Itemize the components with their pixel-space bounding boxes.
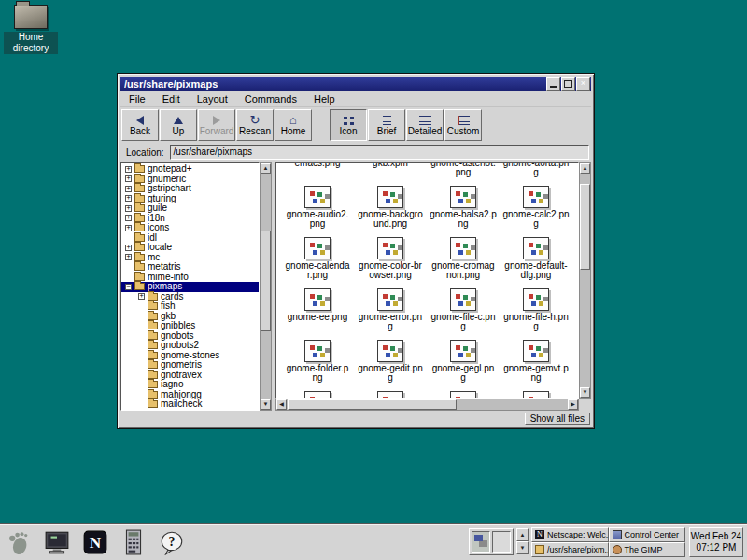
expand-toggle-icon[interactable]: + [125, 245, 132, 251]
scroll-up-icon[interactable]: ▲ [261, 163, 271, 174]
tree-item-idl[interactable]: idl [121, 233, 259, 244]
expand-toggle-icon[interactable]: + [125, 186, 132, 192]
expand-toggle-icon[interactable]: + [125, 166, 132, 173]
expand-toggle-icon[interactable]: + [125, 175, 132, 182]
file-item[interactable]: gnome-cromagnon.png [427, 235, 500, 287]
close-button[interactable]: × [576, 77, 590, 91]
tree-item-gstripchart[interactable]: +gstripchart [121, 184, 259, 194]
expand-toggle-icon[interactable]: + [125, 205, 132, 212]
tree-item-gturing[interactable]: +gturing [121, 194, 259, 204]
file-item[interactable]: gnome-folder.png [281, 338, 354, 389]
tasklist-down-button[interactable]: ▼ [516, 541, 529, 554]
launcher-netscape[interactable]: N [80, 527, 110, 557]
file-item[interactable]: gnome-background.png [354, 184, 427, 235]
back-button[interactable]: Back [121, 109, 159, 141]
file-item[interactable]: gnome-gemvt.png [500, 338, 572, 389]
scroll-right-icon[interactable]: ▶ [568, 399, 578, 410]
tree-item-pixmaps[interactable]: −pixmaps [121, 282, 259, 292]
file-item[interactable]: gnome-calc2.png [500, 184, 572, 235]
file-item[interactable]: gnome-color-browser.png [354, 235, 427, 287]
task-button-folder[interactable]: /usr/share/pixm... [531, 542, 609, 557]
file-item[interactable] [500, 389, 572, 399]
tree-item-gnometris[interactable]: gnometris [121, 360, 259, 371]
desktop-pager[interactable] [469, 528, 514, 555]
tree-item-cards[interactable]: +cards [121, 292, 259, 302]
location-input[interactable]: /usr/share/pixmaps [170, 145, 589, 160]
tree-item-metatris[interactable]: metatris [121, 262, 259, 273]
files-scrollbar-track[interactable] [580, 174, 590, 387]
tree-scrollbar[interactable]: ▲ ▼ [260, 162, 272, 411]
launcher-calculator[interactable] [119, 527, 148, 557]
expand-toggle-icon[interactable]: + [125, 215, 132, 221]
tree-item-mc[interactable]: +mc [121, 253, 259, 263]
menu-layout[interactable]: Layout [189, 92, 236, 105]
file-item[interactable]: gnome-asteriot.png [427, 162, 500, 184]
files-h-scrollbar-track[interactable] [287, 399, 568, 410]
tree-item-guile[interactable]: +guile [121, 203, 259, 214]
tree-item-icons[interactable]: +icons [121, 223, 259, 233]
file-item[interactable]: gnome-file-h.png [500, 287, 572, 338]
launcher-main-menu[interactable] [4, 527, 34, 557]
file-item[interactable]: gnome-gegl.png [427, 338, 500, 389]
scroll-left-icon[interactable]: ◀ [276, 399, 287, 410]
file-item[interactable]: gnome-calendar.png [281, 235, 354, 287]
forward-button[interactable]: Forward [198, 109, 235, 141]
file-item[interactable]: gnome-aorta.png [500, 162, 572, 184]
detailed-button[interactable]: Detailed [406, 109, 444, 141]
expand-toggle-icon[interactable]: + [138, 293, 145, 300]
scroll-down-icon[interactable]: ▼ [261, 399, 271, 410]
file-item[interactable]: gnome-file-c.png [427, 287, 500, 338]
scroll-up-icon[interactable]: ▲ [580, 163, 590, 174]
tree-item-i18n[interactable]: +i18n [121, 214, 259, 224]
tree-item-fish[interactable]: fish [121, 301, 259, 312]
file-item[interactable] [354, 389, 427, 399]
files-h-scrollbar-thumb[interactable] [288, 399, 457, 410]
home-button[interactable]: ⌂Home [275, 109, 312, 141]
file-item[interactable]: gnome-audio2.png [281, 184, 354, 235]
file-item[interactable]: gnome-gedit.png [354, 338, 427, 389]
file-item[interactable]: emacs.png [281, 162, 354, 184]
tree-item-iagno[interactable]: iagno [121, 380, 259, 390]
maximize-button[interactable] [561, 77, 575, 91]
menu-commands[interactable]: Commands [236, 92, 305, 105]
menu-edit[interactable]: Edit [154, 92, 189, 105]
menu-help[interactable]: Help [305, 92, 344, 105]
files-scrollbar-thumb[interactable] [580, 184, 590, 270]
tree-item-gnotravex[interactable]: gnotravex [121, 371, 259, 381]
launcher-terminal[interactable] [42, 527, 72, 557]
show-all-files-button[interactable]: Show all files [525, 413, 590, 425]
task-button-gimp[interactable]: The GIMP [609, 542, 686, 557]
tree-item-gnobots2[interactable]: gnobots2 [121, 341, 259, 351]
tree-item-gnotepad+[interactable]: +gnotepad+ [121, 164, 259, 175]
scroll-down-icon[interactable]: ▼ [580, 387, 590, 398]
tree-item-mailcheck[interactable]: mailcheck [121, 399, 259, 410]
icon-button[interactable]: Icon [330, 109, 367, 141]
tree-item-gnibbles[interactable]: gnibbles [121, 321, 259, 331]
file-item[interactable] [281, 389, 354, 399]
desktop-icon-home[interactable]: Home directory [4, 5, 58, 55]
task-button-control-center[interactable]: Control Center [609, 527, 686, 542]
tree-scrollbar-thumb[interactable] [261, 231, 271, 332]
rescan-button[interactable]: ↻Rescan [236, 109, 274, 141]
menu-file[interactable]: File [120, 92, 154, 105]
brief-button[interactable]: Brief [368, 109, 405, 141]
minimize-button[interactable] [546, 77, 560, 91]
tasklist-up-button[interactable]: ▲ [516, 528, 529, 541]
file-item[interactable]: gnome-ee.png [281, 287, 354, 338]
collapse-toggle-icon[interactable]: − [125, 284, 132, 290]
tree-scrollbar-track[interactable] [261, 174, 271, 399]
pager-desktop-1[interactable] [472, 531, 490, 553]
tree-item-mime-info[interactable]: mime-info [121, 273, 259, 283]
pager-desktop-2[interactable] [492, 531, 511, 553]
expand-toggle-icon[interactable]: + [125, 225, 132, 231]
file-item[interactable]: gkb.xpm [354, 162, 427, 184]
expand-toggle-icon[interactable]: + [125, 254, 132, 260]
expand-toggle-icon[interactable]: + [125, 195, 132, 202]
files-h-scrollbar[interactable]: ◀ ▶ [275, 399, 579, 411]
file-item[interactable]: gnome-default-dlg.png [500, 235, 572, 287]
launcher-help[interactable]: ? [157, 527, 187, 557]
file-item[interactable] [427, 389, 500, 399]
titlebar[interactable]: /usr/share/pixmaps × [120, 77, 591, 91]
tree-item-locale[interactable]: +locale [121, 243, 259, 253]
task-button-netscape[interactable]: NNetscape: Welc... [531, 527, 609, 542]
